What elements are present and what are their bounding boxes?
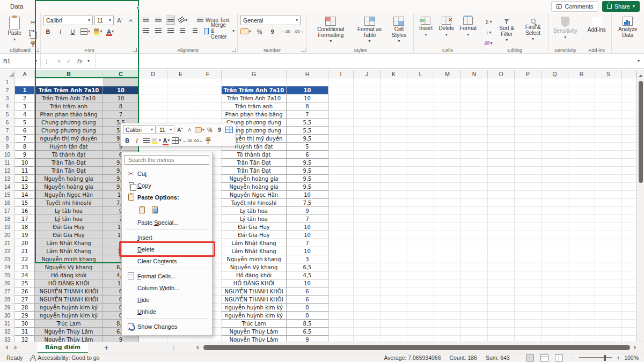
cell-L21[interactable]	[407, 239, 434, 247]
cell-C4[interactable]: 8	[103, 102, 139, 110]
cell-Q25[interactable]	[541, 271, 568, 279]
row-header-27[interactable]: 27	[0, 287, 15, 295]
cell-E33[interactable]	[167, 336, 194, 342]
cell-B25[interactable]: Hồ đăng khôi	[35, 271, 103, 279]
cell-L13[interactable]	[407, 175, 434, 183]
cell-S5[interactable]	[595, 110, 622, 119]
row-header-14[interactable]: 14	[0, 183, 15, 191]
row-header-25[interactable]: 25	[0, 271, 15, 279]
cell-P10[interactable]	[515, 151, 541, 159]
cell-L20[interactable]	[407, 231, 434, 239]
cell-M4[interactable]	[434, 102, 461, 110]
cell-K22[interactable]	[380, 247, 407, 255]
cell-R6[interactable]	[568, 119, 595, 127]
mini-align-button[interactable]	[142, 136, 151, 145]
cell-S11[interactable]	[595, 159, 622, 167]
cell-P4[interactable]	[515, 102, 541, 110]
cell-J5[interactable]	[354, 110, 380, 119]
cell-I21[interactable]	[328, 239, 354, 247]
column-header-l[interactable]: L	[407, 70, 434, 78]
column-header-d[interactable]: D	[139, 70, 167, 78]
cell-P32[interactable]	[515, 328, 541, 336]
cell-K3[interactable]	[380, 94, 407, 102]
cell-S25[interactable]	[595, 271, 622, 279]
scroll-right-icon[interactable]	[634, 345, 639, 350]
cell-B27[interactable]: NGUYỄN THANH KHÔI	[35, 287, 103, 295]
cell-partial-5[interactable]	[622, 110, 636, 119]
cell-N18[interactable]	[461, 215, 488, 223]
cell-P20[interactable]	[515, 231, 541, 239]
cell-R11[interactable]	[568, 159, 595, 167]
cell-L18[interactable]	[407, 215, 434, 223]
row-header-30[interactable]: 30	[0, 312, 15, 320]
cell-Q7[interactable]	[541, 127, 568, 135]
cell-H20[interactable]: 10	[287, 231, 328, 239]
cell-A4[interactable]: 3	[15, 102, 35, 110]
cell-I12[interactable]	[328, 167, 354, 175]
menu-item-unhide[interactable]: Unhide	[123, 306, 211, 316]
cell-S24[interactable]	[595, 263, 622, 271]
cell-H9[interactable]: 5	[287, 143, 328, 151]
cell-N2[interactable]	[461, 86, 488, 94]
column-header-k[interactable]: K	[380, 70, 407, 78]
cell-I19[interactable]	[328, 223, 354, 231]
cell-O15[interactable]	[488, 191, 515, 199]
cell-Q30[interactable]	[541, 312, 568, 320]
cell-P25[interactable]	[515, 271, 541, 279]
cell-L1[interactable]	[407, 78, 434, 86]
cell-N15[interactable]	[461, 191, 488, 199]
row-header-3[interactable]: 3	[0, 94, 15, 102]
row-header-29[interactable]: 29	[0, 304, 15, 312]
cell-A29[interactable]: 28	[15, 304, 35, 312]
cell-P27[interactable]	[515, 287, 541, 295]
cell-M12[interactable]	[434, 167, 461, 175]
vertical-scrollbar-thumb[interactable]	[639, 81, 643, 183]
cell-L32[interactable]	[407, 328, 434, 336]
cell-Q15[interactable]	[541, 191, 568, 199]
cell-G22[interactable]: Lâm Nhật Khang	[222, 247, 287, 255]
cell-R22[interactable]	[568, 247, 595, 255]
cell-I26[interactable]	[328, 279, 354, 287]
cell-L16[interactable]	[407, 199, 434, 207]
cell-A6[interactable]: 5	[15, 119, 35, 127]
cell-P17[interactable]	[515, 207, 541, 215]
zoom-out-button[interactable]: −	[572, 354, 575, 361]
cell-R30[interactable]	[568, 312, 595, 320]
cell-M19[interactable]	[434, 223, 461, 231]
cell-J11[interactable]	[354, 159, 380, 167]
cell-J7[interactable]	[354, 127, 380, 135]
cell-partial-2[interactable]	[622, 86, 636, 94]
cell-O23[interactable]	[488, 255, 515, 263]
cell-G11[interactable]: Trần Tấn Đạt	[222, 159, 287, 167]
cell-J32[interactable]	[354, 328, 380, 336]
mini-decrease-font-button[interactable]: A	[185, 125, 194, 135]
format-cells-button[interactable]: Format ▾	[458, 16, 478, 47]
cell-H31[interactable]: 8,5	[287, 320, 328, 328]
clipboard-dialog-launcher[interactable]	[35, 48, 39, 52]
cell-G1[interactable]	[222, 78, 287, 86]
cell-S3[interactable]	[595, 94, 622, 102]
cell-Q22[interactable]	[541, 247, 568, 255]
cell-A19[interactable]: 18	[15, 223, 35, 231]
cell-O4[interactable]	[488, 102, 515, 110]
cell-A32[interactable]: 31	[15, 328, 35, 336]
cell-G28[interactable]: NGUYỄN THANH KHÔI	[222, 295, 287, 304]
cell-R3[interactable]	[568, 94, 595, 102]
cell-B21[interactable]: Lâm Nhật Khang	[35, 239, 103, 247]
sheet-tab-bang-diem[interactable]: Bảng điểm	[38, 342, 88, 353]
cell-H8[interactable]: 9,5	[287, 135, 328, 143]
cell-N30[interactable]	[461, 312, 488, 320]
cell-Q21[interactable]	[541, 239, 568, 247]
cell-G12[interactable]: Trần Tấn Đạt	[222, 167, 287, 175]
align-bottom-button[interactable]	[166, 16, 175, 25]
increase-decimal-button[interactable]: ←.00	[281, 27, 290, 36]
cell-K10[interactable]	[380, 151, 407, 159]
cell-partial-10[interactable]	[622, 151, 636, 159]
cell-B23[interactable]: Nguyễn minh khang	[35, 255, 103, 263]
cut-button[interactable]: ✂	[28, 18, 38, 27]
cell-K26[interactable]	[380, 279, 407, 287]
column-header-r[interactable]: R	[568, 70, 595, 78]
cell-B12[interactable]: Trần Tấn Đạt	[35, 167, 103, 175]
cell-L9[interactable]	[407, 143, 434, 151]
cell-L12[interactable]	[407, 167, 434, 175]
